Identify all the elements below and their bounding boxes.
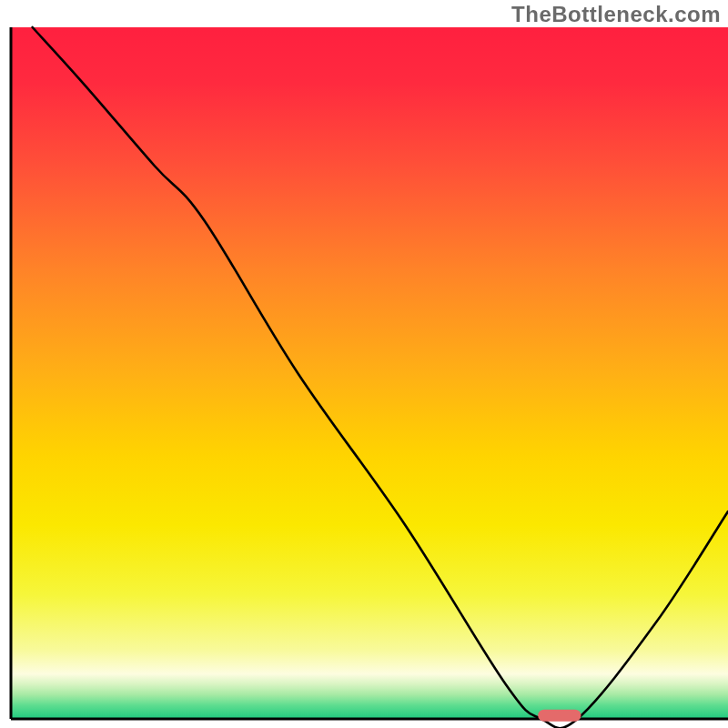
optimal-marker <box>538 710 581 722</box>
chart-frame: TheBottleneck.com <box>0 0 728 728</box>
plot-background <box>11 27 728 719</box>
bottleneck-chart <box>0 0 728 728</box>
watermark-label: TheBottleneck.com <box>511 2 721 27</box>
